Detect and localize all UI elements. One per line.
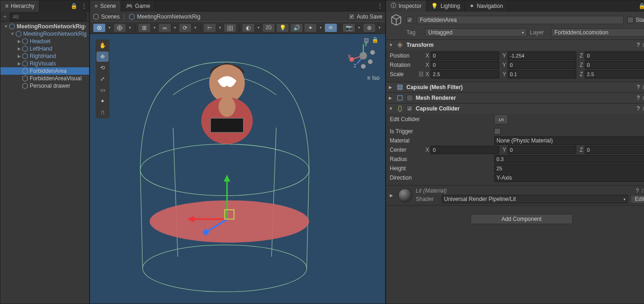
- global-button[interactable]: [113, 23, 126, 32]
- gameobject-icon: [22, 83, 28, 89]
- meshrenderer-enable[interactable]: [406, 95, 413, 101]
- static-checkbox[interactable]: [627, 17, 634, 23]
- material-fold[interactable]: ▶: [390, 193, 394, 198]
- height-input[interactable]: [494, 164, 644, 173]
- layers-icon[interactable]: ▤: [364, 37, 369, 43]
- physic-material-field[interactable]: None (Physic Material): [494, 136, 644, 145]
- svg-point-4: [142, 245, 307, 292]
- hierarchy-tab[interactable]: ≡ Hierarchy: [0, 0, 39, 12]
- tab-lighting[interactable]: 💡 Lighting: [426, 0, 465, 12]
- hierarchy-item[interactable]: ▶RigVisuals: [0, 60, 89, 67]
- snap-button[interactable]: ⫘: [158, 23, 171, 32]
- rotation-x[interactable]: [431, 61, 499, 69]
- iso-toggle[interactable]: ≡Iso: [367, 75, 380, 81]
- prefab-icon: [22, 38, 28, 45]
- lock-view-icon[interactable]: 🔒: [372, 37, 379, 43]
- scale-z[interactable]: [585, 70, 644, 78]
- scale-link-icon[interactable]: ⛓: [419, 71, 424, 78]
- rotation-y[interactable]: [508, 61, 576, 69]
- scale-y[interactable]: [508, 70, 576, 78]
- edit-collider-button[interactable]: ᔕ: [494, 114, 508, 124]
- move-tool[interactable]: ✥: [97, 52, 109, 62]
- material-preview[interactable]: [398, 188, 412, 202]
- info-icon: ⓘ: [391, 2, 396, 10]
- chevron-right-icon[interactable]: ›: [84, 23, 86, 30]
- camera-button[interactable]: 📷: [342, 23, 355, 32]
- meshrenderer-title: Mesh Renderer: [416, 95, 634, 101]
- hierarchy-panel: ≡ Hierarchy 🔒 ⋮ + ▼ MeetingRoomNetworkRi…: [0, 0, 90, 304]
- snap2-button[interactable]: ||||: [224, 23, 237, 32]
- 2d-button[interactable]: 2D: [262, 23, 275, 32]
- direction-dropdown[interactable]: Y-Axis▾: [494, 174, 644, 182]
- hierarchy-item[interactable]: ▼MeetingRoomNetworkRig: [0, 30, 89, 38]
- layer-dropdown[interactable]: ForbiddenLocomotion▾: [551, 28, 644, 37]
- capsule-fold[interactable]: ▼: [389, 106, 393, 111]
- gameobject-active-checkbox[interactable]: [406, 17, 413, 23]
- custom-tool[interactable]: ⎍: [97, 107, 109, 117]
- hierarchy-item[interactable]: Personal drawer: [0, 82, 89, 90]
- lock-icon[interactable]: 🔒: [70, 2, 78, 10]
- prefab-icon: [22, 60, 28, 67]
- center-y[interactable]: [508, 146, 576, 154]
- position-z[interactable]: [585, 52, 644, 60]
- scale-tool[interactable]: ⤢: [97, 74, 109, 84]
- ruler-button[interactable]: ⊢: [203, 23, 216, 32]
- meshfilter-icon: [396, 84, 404, 91]
- tab-navigation[interactable]: ✦ Navigation: [465, 0, 508, 12]
- transform-tool[interactable]: ✦: [97, 96, 109, 106]
- shader-edit-button[interactable]: Edit...: [631, 195, 644, 203]
- audio-button[interactable]: 🔊: [290, 23, 303, 32]
- menu-icon[interactable]: ⋮: [80, 2, 88, 10]
- orientation-gizmo[interactable]: y x z: [347, 39, 380, 72]
- svg-point-3: [140, 144, 309, 195]
- hierarchy-item[interactable]: ▶Headset: [0, 38, 89, 45]
- rotate-tool[interactable]: ⟲: [97, 63, 109, 73]
- inspector-lock-icon[interactable]: 🔒: [638, 2, 644, 10]
- tag-dropdown[interactable]: Untagged▾: [425, 28, 527, 37]
- radius-input[interactable]: [494, 155, 644, 163]
- add-component-button[interactable]: Add Component: [470, 214, 573, 224]
- fx-button[interactable]: ✦: [304, 23, 317, 32]
- scene-viewport[interactable]: ✋ ✥ ⟲ ⤢ ▭ ✦ ⎍: [90, 34, 385, 304]
- hierarchy-item[interactable]: ▶RightHand: [0, 52, 89, 60]
- transform-fold[interactable]: ▼: [389, 43, 393, 47]
- scene-menu-icon[interactable]: ⋮: [376, 2, 384, 10]
- rect-tool[interactable]: ▭: [97, 85, 109, 95]
- meshfilter-fold[interactable]: ▶: [389, 85, 393, 90]
- autosave-checkbox[interactable]: [348, 13, 355, 20]
- scale-x[interactable]: [431, 70, 499, 78]
- center-z[interactable]: [585, 146, 644, 154]
- shader-dropdown[interactable]: Universal Render Pipeline/Lit▾: [442, 195, 628, 203]
- tab-game[interactable]: 🎮 Game: [121, 0, 155, 12]
- lighting-button[interactable]: 💡: [276, 23, 289, 32]
- center-x[interactable]: [431, 146, 499, 154]
- rotation-z[interactable]: [585, 61, 644, 69]
- grid-button[interactable]: ⊞: [138, 23, 151, 32]
- scene-row[interactable]: ▼ MeetingRoomNetworkRig ›: [0, 23, 89, 30]
- istrigger-checkbox[interactable]: [494, 128, 501, 135]
- gameobject-name-input[interactable]: ForbiddenArea: [417, 16, 624, 24]
- gizmos-button[interactable]: ⊕: [363, 23, 376, 32]
- hand-tool[interactable]: ✋: [97, 40, 109, 51]
- tab-scene[interactable]: ⌗ Scene: [90, 0, 121, 12]
- gameobject-icon[interactable]: [390, 13, 403, 26]
- position-x[interactable]: [431, 52, 499, 60]
- hierarchy-search-input[interactable]: [10, 13, 86, 21]
- svg-point-5: [150, 201, 309, 243]
- meshrenderer-fold[interactable]: ▶: [389, 96, 393, 100]
- position-y[interactable]: [508, 52, 576, 60]
- hierarchy-item[interactable]: ForbiddenAreaVisual: [0, 75, 89, 82]
- tab-inspector[interactable]: ⓘ Inspector: [386, 0, 426, 12]
- hierarchy-icon: ≡: [5, 3, 8, 9]
- visibility-button[interactable]: 👁: [324, 23, 337, 32]
- help-icon[interactable]: ?: [637, 42, 640, 48]
- svg-point-26: [368, 59, 373, 64]
- pivot-button[interactable]: [93, 23, 106, 32]
- increment-button[interactable]: ⟳: [179, 23, 192, 32]
- hierarchy-item[interactable]: ▶LeftHand: [0, 45, 89, 52]
- plus-icon[interactable]: +: [3, 13, 10, 20]
- svg-rect-9: [211, 118, 244, 132]
- hierarchy-item[interactable]: ForbiddenArea: [0, 67, 89, 75]
- capsule-enable[interactable]: [406, 105, 413, 112]
- shaded-button[interactable]: ◐: [242, 23, 255, 32]
